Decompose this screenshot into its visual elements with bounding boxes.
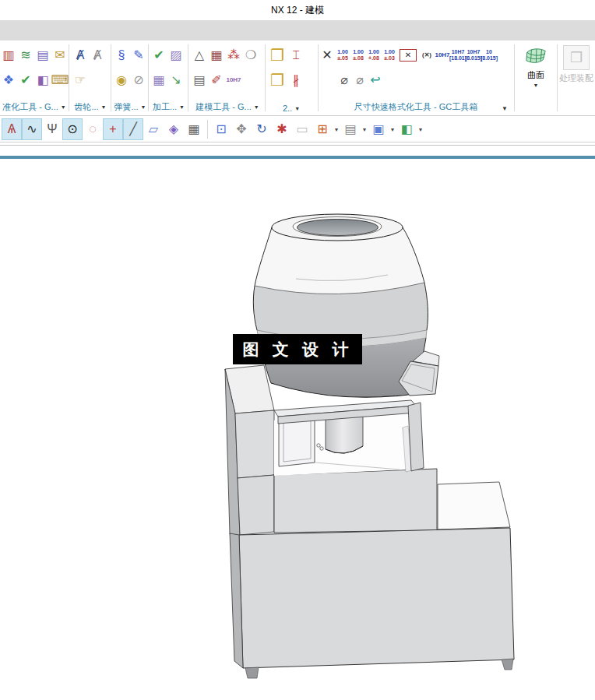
graphics-viewport[interactable]: 图 文 设 计 [0, 159, 595, 700]
layer-stack-icon[interactable]: ≋ [17, 45, 34, 65]
grid-table-icon[interactable]: ▦ [185, 119, 203, 139]
assembly-button-label: 处理装配 [559, 72, 593, 84]
fit-10h7-icon[interactable]: 10H7 [435, 45, 450, 65]
group-label-features[interactable]: 2.. ▼ [267, 104, 315, 113]
ribbon-group-standard-tools: ▥≋▤✉ ❖✔◧⌨ 准化工具 - G... ▼ [0, 40, 69, 115]
group-label-gear[interactable]: 齿轮... ▼ [72, 101, 109, 113]
toolbar-divider [0, 142, 595, 142]
dimension-bracket-icon[interactable]: ⌶ [287, 45, 305, 65]
circle-points-icon[interactable]: ◌ [83, 119, 102, 139]
mixer-machine-model [0, 159, 595, 700]
dimension-brush-icon[interactable]: ✐ [208, 70, 225, 90]
group-separator [188, 44, 188, 111]
group-label-spring[interactable]: 弹簧... ▼ [113, 101, 147, 113]
profile-polyline-icon[interactable]: Ѧ [2, 119, 21, 139]
clear-tolerance-icon[interactable]: ✕ [319, 45, 335, 65]
note-tag-icon[interactable]: ✉ [51, 45, 69, 65]
chevron-down-icon[interactable]: ▼ [533, 83, 539, 88]
ribbon-group-spring: §✎ ◉⊘ 弹簧... ▼ [113, 40, 147, 115]
window-title: NX 12 - 建模 [271, 4, 324, 17]
fit-tolerance-icon[interactable]: 10H7 [225, 70, 242, 90]
point-plus-icon[interactable]: + [104, 119, 122, 139]
shaded-view-dropdown[interactable]: ▾ [389, 126, 396, 133]
chevron-down-icon[interactable]: ▼ [101, 104, 107, 110]
ribbon-group-machining: ✔▨ ▦↘ 加工... ▼ [150, 40, 187, 115]
toolbar-divider [0, 145, 595, 146]
rotate-view-icon[interactable]: ↻ [252, 119, 271, 139]
group-label-gc-toolbox[interactable]: 尺寸快速格式化工具 - GC工具箱 [319, 101, 512, 113]
gear-simulation-icon[interactable]: ☞ [72, 70, 89, 90]
spring-coil-icon[interactable]: § [113, 45, 130, 65]
chevron-down-icon[interactable]: ▼ [141, 104, 146, 110]
check-tool-icon[interactable]: ✔ [17, 70, 34, 90]
pan-hand-icon[interactable]: ✥ [232, 119, 251, 139]
circle-center-icon[interactable]: ⊙ [63, 119, 82, 139]
tolerance-03-icon[interactable]: 1.00±.03 [382, 45, 397, 65]
bubble-note-icon[interactable]: ❍ [242, 45, 259, 65]
feature-box2-icon[interactable]: ❒ [267, 70, 287, 90]
spring-delete-icon[interactable]: ⊘ [130, 70, 147, 90]
text-note-icon[interactable]: ▤ [191, 70, 208, 90]
process-table-icon[interactable]: ▦ [150, 70, 167, 90]
sheet-disabled-icon[interactable]: ▭ [293, 119, 312, 139]
snap-grid-icon[interactable]: ⊞ [313, 119, 332, 139]
undo-format-icon[interactable]: ↩ [368, 70, 383, 90]
datum-triangle-icon[interactable]: △ [191, 45, 208, 65]
chevron-down-icon[interactable]: ▼ [294, 106, 300, 111]
table-annotation-icon[interactable]: ▦ [208, 45, 225, 65]
process-clipboard-icon[interactable]: ▨ [167, 45, 185, 65]
studio-spline-icon[interactable]: ∿ [23, 119, 41, 139]
line-tool-icon[interactable]: ╱ [124, 119, 143, 139]
paren-dim-icon[interactable]: (✕) [419, 45, 435, 65]
feature-box-icon[interactable]: ❒ [267, 45, 287, 65]
diameter-toggle-icon[interactable]: ⌀ [336, 70, 352, 90]
tolerance-05-icon[interactable]: 1.00±.05 [335, 45, 350, 65]
tolerance-plus08-icon[interactable]: 1.00+.08 [366, 45, 382, 65]
point-set-icon[interactable]: ⁂ [225, 45, 242, 65]
group-label-modeling-tools[interactable]: 建模工具 - G... ▼ [191, 101, 264, 113]
delete-curve-icon[interactable]: ✱ [273, 119, 291, 139]
chevron-down-icon[interactable]: ▼ [179, 104, 185, 110]
watermark-label: 图 文 设 计 [233, 334, 362, 364]
spring-draw-icon[interactable]: ✎ [130, 45, 147, 65]
nx-application-window: { "window": { "title": "NX 12 - 建模" }, "… [0, 0, 595, 700]
mixing-drum[interactable] [253, 214, 428, 397]
fit-stack1-icon[interactable]: 10H7[18.01] [450, 45, 466, 65]
surface-button[interactable]: 曲面 ▼ [516, 40, 556, 115]
group-separator [148, 44, 149, 111]
fit-stack2-icon[interactable]: 10H7[8.015] [466, 45, 481, 65]
gear-modify-icon[interactable]: Ⱥ [89, 45, 106, 65]
shaded-view-icon[interactable]: ▣ [369, 119, 388, 139]
process-output-icon[interactable]: ↘ [167, 70, 185, 90]
device-view-dropdown[interactable]: ▾ [361, 126, 368, 133]
spring-disc-icon[interactable]: ◉ [113, 70, 130, 90]
reuse-library-icon[interactable]: ▥ [0, 45, 17, 65]
process-check-icon[interactable]: ✔ [150, 45, 167, 65]
snap-grid-dropdown[interactable]: ▾ [333, 126, 340, 133]
quick-trim-icon[interactable]: ▱ [144, 119, 163, 139]
device-view-icon[interactable]: ▤ [341, 119, 360, 139]
fit-stack3-icon[interactable]: 10[8.015] [481, 45, 497, 65]
mesh-surface-icon[interactable]: ◈ [164, 119, 183, 139]
group-separator [514, 44, 515, 111]
menu-band[interactable] [0, 20, 595, 40]
render-style-icon[interactable]: ◧ [397, 119, 416, 139]
process-assembly-button: ❒ 处理装配 [558, 40, 595, 115]
chevron-down-icon[interactable]: ▼ [61, 104, 66, 110]
render-style-dropdown[interactable]: ▾ [417, 126, 424, 133]
gear-model-icon[interactable]: Ⱥ [72, 45, 89, 65]
diameter-slash-icon[interactable]: ⌀ [352, 70, 368, 90]
group-label-machining[interactable]: 加工... ▼ [150, 101, 187, 113]
layer-settings-icon[interactable]: ▤ [34, 45, 51, 65]
zoom-box-icon[interactable]: ⊡ [212, 119, 231, 139]
chevron-down-icon[interactable]: ▼ [502, 105, 508, 112]
keyboard-macro-icon[interactable]: ⌨ [51, 70, 69, 90]
radial-dim-icon[interactable]: ∦ [287, 70, 305, 90]
tolerance-08-icon[interactable]: 1.00±.08 [350, 45, 366, 65]
boxed-dim-icon[interactable]: ✕ [400, 49, 417, 62]
check-cube-icon[interactable]: ◧ [34, 70, 51, 90]
export-part-icon[interactable]: ❖ [0, 70, 17, 90]
chevron-down-icon[interactable]: ▼ [254, 104, 259, 110]
point-tool-icon[interactable]: Ψ [43, 119, 62, 139]
group-label-standard-tools[interactable]: 准化工具 - G... ▼ [0, 101, 69, 113]
